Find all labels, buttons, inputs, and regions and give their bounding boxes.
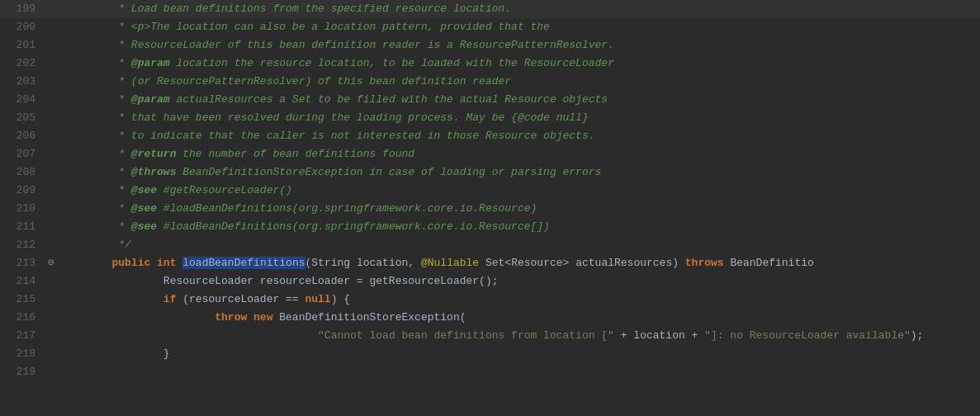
code-line: 215 if (resourceLoader == null) { [0, 291, 980, 309]
token: @Nullable [421, 257, 479, 269]
token [60, 311, 215, 324]
line-content: * @param actualResources a Set to be fil… [57, 91, 608, 109]
code-line: 218 } [0, 345, 980, 363]
line-number: 203 [0, 73, 45, 91]
line-number: 201 [0, 36, 45, 54]
line-number: 199 [0, 0, 45, 18]
token [60, 329, 318, 342]
token: * [111, 93, 130, 106]
token: * <p>The location can also be a location… [111, 21, 550, 33]
token: + location + [614, 329, 704, 342]
token: ); [911, 329, 924, 342]
token: * [111, 202, 130, 215]
token: actualResources a Set to be filled with … [170, 93, 608, 106]
token: #loadBeanDefinitions(org.springframework… [157, 220, 550, 233]
token: @see [131, 202, 157, 215]
line-content: * @param location the resource location,… [57, 54, 614, 73]
token: the number of bean definitions found [176, 148, 414, 160]
token [60, 293, 163, 305]
token: @see [131, 220, 157, 233]
line-number: 215 [0, 291, 45, 309]
line-number: 212 [0, 236, 45, 254]
code-line: 211 * @see #loadBeanDefinitions(org.spri… [0, 218, 980, 236]
line-number: 214 [0, 272, 45, 291]
token: ResourceLoader resourceLoader = getResou… [163, 275, 499, 287]
token: #getResourceLoader() [157, 184, 292, 196]
line-content: */ [57, 236, 131, 254]
line-number: 204 [0, 91, 45, 109]
line-content: } [57, 345, 170, 363]
token: "]: no ResourceLoader available" [704, 329, 911, 342]
code-editor: 199 * Load bean definitions from the spe… [0, 0, 980, 416]
line-number: 205 [0, 109, 45, 127]
line-content: * <p>The location can also be a location… [57, 18, 550, 36]
token: * Load bean definitions from the specifi… [111, 2, 511, 15]
token: @throws [131, 166, 177, 178]
line-number: 207 [0, 145, 45, 163]
arrow-indicator: ⊖ [45, 254, 57, 272]
code-line: 214 ResourceLoader resourceLoader = getR… [0, 272, 980, 291]
line-content: public int loadBeanDefinitions(String lo… [57, 254, 814, 272]
token [60, 347, 163, 360]
token: new [253, 311, 272, 324]
token: */ [111, 239, 130, 251]
line-content: * to indicate that the caller is not int… [57, 127, 595, 145]
line-content: "Cannot load bean definitions from locat… [57, 327, 923, 345]
token: {@code null} [511, 111, 589, 124]
code-line: 210 * @see #loadBeanDefinitions(org.spri… [0, 200, 980, 218]
code-line: 205 * that have been resolved during the… [0, 109, 980, 127]
token [60, 257, 111, 269]
token [247, 311, 253, 324]
token: * [111, 220, 130, 233]
token: (String location, [305, 257, 421, 269]
line-content: * (or ResourcePatternResolver) of this b… [57, 73, 511, 91]
token: null [305, 293, 330, 305]
token: throws [685, 257, 724, 269]
code-line: 216 throw new BeanDefinitionStoreExcepti… [0, 309, 980, 327]
token: BeanDefinitionStoreException in case of … [176, 166, 601, 178]
token: * ResourceLoader of this bean definition… [111, 39, 614, 51]
code-line: 219 [0, 363, 980, 381]
line-content: if (resourceLoader == null) { [57, 291, 350, 309]
token: if [163, 293, 177, 305]
code-line: 212 */ [0, 236, 980, 254]
line-number: 200 [0, 18, 45, 36]
token [60, 275, 163, 287]
token: @return [131, 148, 177, 160]
token: * to indicate that the caller is not int… [111, 130, 594, 142]
line-content: * ResourceLoader of this bean definition… [57, 36, 614, 54]
code-line: 204 * @param actualResources a Set to be… [0, 91, 980, 109]
line-content: throw new BeanDefinitionStoreException( [57, 309, 466, 327]
token: location the resource location, to be lo… [170, 57, 614, 69]
token: } [163, 347, 170, 360]
token: "Cannot load bean definitions from locat… [318, 329, 614, 342]
token: throw [215, 311, 247, 324]
token: @param [131, 57, 170, 69]
token: BeanDefinitionStoreException( [272, 311, 466, 324]
token: BeanDefinitio [724, 257, 814, 269]
line-content: ResourceLoader resourceLoader = getResou… [57, 272, 499, 291]
code-line: 199 * Load bean definitions from the spe… [0, 0, 980, 18]
line-number: 213 [0, 254, 45, 272]
line-number: 216 [0, 309, 45, 327]
code-line: 213⊖ public int loadBeanDefinitions(Stri… [0, 254, 980, 272]
code-line: 208 * @throws BeanDefinitionStoreExcepti… [0, 163, 980, 182]
token: * [111, 166, 130, 178]
line-number: 218 [0, 345, 45, 363]
code-line: 207 * @return the number of bean definit… [0, 145, 980, 163]
line-number: 211 [0, 218, 45, 236]
code-line: 201 * ResourceLoader of this bean defini… [0, 36, 980, 54]
token: * (or ResourcePatternResolver) of this b… [111, 75, 511, 87]
code-line: 206 * to indicate that the caller is not… [0, 127, 980, 145]
token: * [111, 184, 130, 196]
token: * [111, 148, 130, 160]
token: * that have been resolved during the loa… [111, 111, 511, 124]
token: ) { [331, 293, 350, 305]
token: #loadBeanDefinitions(org.springframework… [157, 202, 537, 215]
token: int [157, 257, 176, 269]
line-number: 217 [0, 327, 45, 345]
line-content: * @see #loadBeanDefinitions(org.springfr… [57, 200, 537, 218]
line-number: 219 [0, 363, 45, 381]
token: * [111, 57, 130, 69]
token: @see [131, 184, 157, 196]
